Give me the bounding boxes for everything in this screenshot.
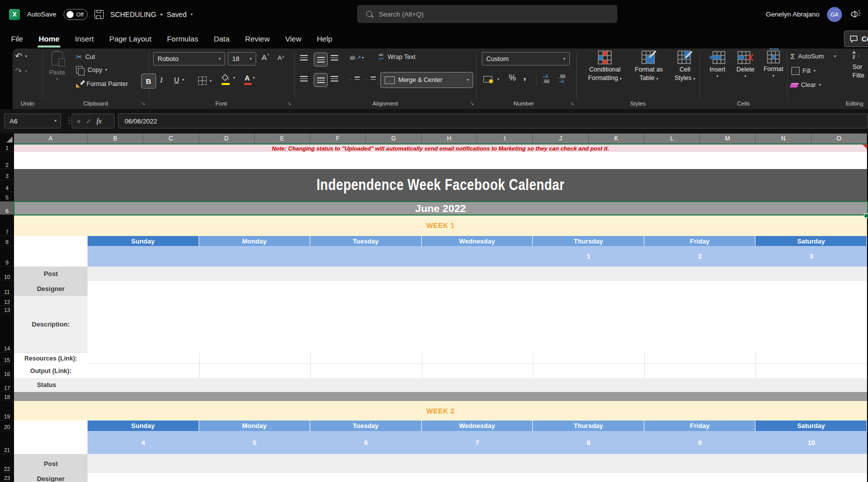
avatar[interactable]: GA: [827, 7, 842, 22]
undo-button[interactable]: ↶ ▾: [15, 52, 27, 60]
column-header-H[interactable]: H: [422, 134, 477, 144]
status-row[interactable]: Status: [14, 378, 867, 392]
accounting-format-button[interactable]: ▾: [483, 76, 499, 82]
chevron-down-icon[interactable]: ▾: [467, 78, 469, 82]
row-header-23[interactable]: 23: [0, 473, 14, 482]
day-header-saturday[interactable]: Saturday: [755, 420, 867, 431]
wrap-text-button[interactable]: abc↩ Wrap Text: [379, 53, 416, 61]
autosum-button[interactable]: Σ AutoSum ▾: [790, 52, 836, 60]
column-header-B[interactable]: B: [88, 134, 143, 144]
percent-style-button[interactable]: %: [509, 74, 516, 82]
column-header-I[interactable]: I: [477, 134, 533, 144]
autosave-toggle[interactable]: Off: [64, 9, 88, 20]
column-header-N[interactable]: N: [755, 134, 811, 144]
column-header-J[interactable]: J: [533, 134, 588, 144]
redo-button[interactable]: ↷ ▾: [15, 67, 27, 76]
row-header-3[interactable]: 3: [0, 169, 14, 180]
chevron-down-icon[interactable]: ▾: [210, 79, 212, 83]
font-color-button[interactable]: A ▾: [245, 74, 255, 82]
increase-indent-button[interactable]: →: [365, 76, 376, 82]
date-cell[interactable]: [88, 246, 199, 266]
chevron-down-icon[interactable]: ▾: [716, 74, 718, 78]
day-header-tuesday[interactable]: Tuesday: [310, 236, 422, 246]
align-left-button[interactable]: [300, 76, 308, 82]
decrease-indent-button[interactable]: ←: [349, 76, 360, 82]
align-middle-button[interactable]: [314, 52, 328, 66]
chevron-down-icon[interactable]: ▾: [253, 76, 255, 80]
chevron-down-icon[interactable]: ▾: [25, 54, 27, 58]
week1-banner[interactable]: WEEK 1: [14, 215, 867, 236]
date-cell[interactable]: 4: [88, 431, 199, 454]
designer-label-cell-2[interactable]: Designer: [14, 473, 88, 482]
align-center-button[interactable]: [314, 73, 328, 87]
row-header-1[interactable]: 1: [0, 144, 14, 152]
tab-home[interactable]: Home: [38, 34, 61, 43]
enter-icon[interactable]: ✓: [86, 118, 92, 125]
date-cell[interactable]: 6: [310, 431, 422, 454]
tab-view[interactable]: View: [284, 34, 302, 43]
chevron-down-icon[interactable]: ▾: [25, 70, 27, 74]
cell-styles-button[interactable]: Cell Styles ▾: [669, 50, 700, 82]
insert-function-icon[interactable]: fx: [97, 117, 102, 126]
chevron-down-icon[interactable]: ▾: [772, 74, 774, 78]
date-cell[interactable]: 7: [422, 431, 533, 454]
active-cell-selection[interactable]: [14, 201, 868, 216]
sort-filter-button[interactable]: AZ ↓ Sor Filte: [852, 50, 868, 79]
row-header-7[interactable]: 7: [0, 215, 14, 236]
copy-button[interactable]: Copy ▾: [76, 66, 107, 74]
day-header-sunday[interactable]: Sunday: [88, 420, 199, 431]
save-icon[interactable]: [95, 10, 104, 19]
row-header-2[interactable]: 2: [0, 152, 14, 169]
column-header-E[interactable]: E: [255, 134, 310, 144]
chevron-down-icon[interactable]: ▾: [813, 69, 815, 73]
date-cell[interactable]: 5: [199, 431, 311, 454]
font-size-select[interactable]: 18 ▾: [228, 52, 256, 66]
select-all-corner[interactable]: [0, 134, 14, 144]
date-cell[interactable]: 8: [533, 431, 644, 454]
date-cell[interactable]: [310, 246, 422, 266]
cut-button[interactable]: ✂ Cut: [76, 53, 95, 60]
chevron-down-icon[interactable]: ▾: [55, 119, 57, 123]
output-label-cell[interactable]: Output (Link):: [14, 364, 88, 378]
increase-decimal-button[interactable]: ←0.00: [541, 74, 549, 84]
row-header-12[interactable]: 12: [0, 296, 14, 306]
borders-button[interactable]: ▾: [198, 76, 212, 85]
excel-logo-icon[interactable]: X: [9, 9, 20, 20]
resources-label-cell[interactable]: Resources (Link):: [14, 352, 88, 364]
number-format-select[interactable]: Custom ▾: [482, 52, 570, 66]
day-header-monday[interactable]: Monday: [199, 420, 311, 431]
date-cell[interactable]: 2: [644, 246, 756, 266]
clipboard-dialog-launcher[interactable]: ↘: [141, 100, 145, 106]
column-header-K[interactable]: K: [589, 134, 644, 144]
fill-button[interactable]: ↓ Fill ▾: [791, 67, 815, 75]
format-cells-button[interactable]: Format ▾: [760, 48, 786, 78]
alignment-dialog-launcher[interactable]: ↘: [470, 100, 474, 106]
chevron-down-icon[interactable]: ▾: [362, 56, 364, 60]
tab-help[interactable]: Help: [316, 34, 333, 43]
align-bottom-button[interactable]: [331, 55, 338, 60]
merge-center-button[interactable]: ↔ Merge & Center ▾: [380, 72, 473, 88]
row-header-5[interactable]: 5: [0, 192, 14, 202]
row-header-15[interactable]: 15: [0, 352, 14, 364]
decrease-decimal-button[interactable]: .00→0: [557, 74, 565, 84]
row-header-20[interactable]: 20: [0, 420, 14, 431]
day-header-thursday[interactable]: Thursday: [533, 236, 644, 246]
align-right-button[interactable]: [331, 76, 338, 82]
date-cell[interactable]: [199, 246, 311, 266]
chevron-down-icon[interactable]: ▾: [233, 76, 235, 80]
insert-cells-button[interactable]: Insert ▾: [705, 50, 729, 78]
column-header-M[interactable]: M: [700, 134, 755, 144]
formula-input[interactable]: 06/06/2022: [118, 114, 868, 128]
row-header-13[interactable]: 13: [0, 306, 14, 314]
tab-insert[interactable]: Insert: [74, 34, 95, 43]
date-cell[interactable]: 1: [533, 246, 644, 266]
row-header-9[interactable]: 9: [0, 246, 14, 266]
day-header-saturday[interactable]: Saturday: [755, 236, 867, 246]
column-header-G[interactable]: G: [366, 134, 421, 144]
column-header-F[interactable]: F: [310, 134, 366, 144]
comments-button[interactable]: Co: [844, 30, 868, 47]
week2-banner[interactable]: WEEK 2: [14, 401, 867, 420]
row-header-17[interactable]: 17: [0, 378, 14, 392]
document-title[interactable]: SCHEDULING • Saved ▾: [111, 10, 193, 18]
column-header-O[interactable]: O: [811, 134, 867, 144]
